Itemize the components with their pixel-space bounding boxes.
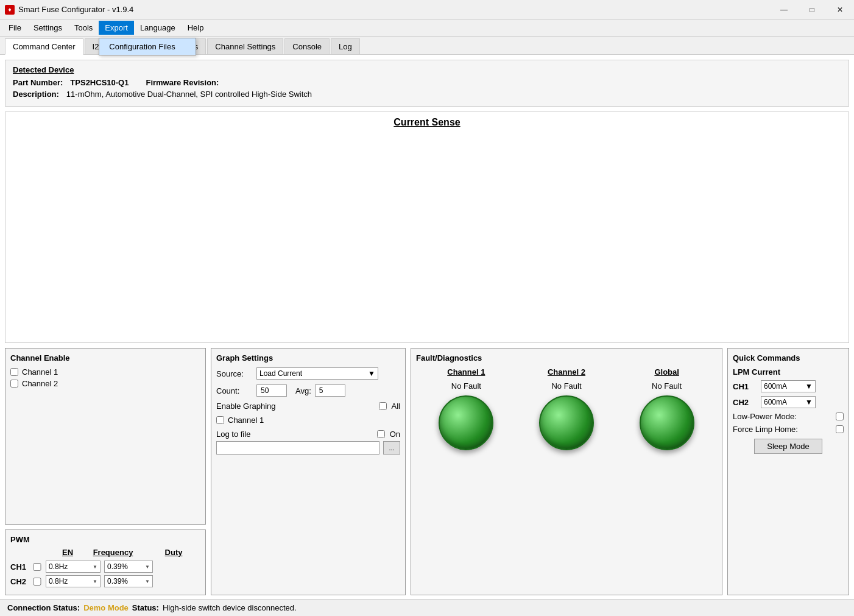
- channel1-enable-row: Channel 1: [10, 367, 200, 377]
- lpm-current-label: LPM Current: [733, 367, 844, 377]
- count-label: Count:: [216, 386, 253, 395]
- lpm-ch2-label: CH2: [733, 398, 757, 407]
- menu-export[interactable]: Export Configuration Files: [99, 21, 134, 35]
- lpm-ch1-row: CH1 600mA ▼: [733, 380, 844, 392]
- export-dropdown: Configuration Files: [99, 38, 196, 55]
- menu-bar: File Settings Tools Export Configuration…: [0, 19, 854, 37]
- pwm-ch2-frequency-arrow: ▼: [93, 579, 97, 584]
- pwm-ch1-duty-arrow: ▼: [145, 564, 150, 570]
- log-browse-button[interactable]: ...: [383, 441, 400, 455]
- force-limp-home-checkbox[interactable]: [836, 425, 844, 433]
- pwm-ch1-row: CH1 0.8Hz ▼ 0.39% ▼: [10, 561, 200, 573]
- menu-settings[interactable]: Settings: [27, 21, 68, 35]
- channel2-enable-checkbox[interactable]: [10, 380, 18, 388]
- fault-ch1-header: Channel 1: [439, 367, 493, 377]
- source-row: Source: Load Current ▼: [216, 367, 400, 380]
- log-row: Log to file On: [216, 430, 400, 439]
- tab-channel-settings[interactable]: Channel Settings: [207, 38, 283, 54]
- pwm-ch2-duty-value: 0.39%: [107, 577, 128, 586]
- main-content: Detected Device Part Number: TPS2HCS10-Q…: [0, 55, 854, 599]
- fault-global-light: [640, 395, 694, 450]
- channel2-enable-label: Channel 2: [22, 379, 58, 388]
- window-controls: — □ ✕: [770, 0, 854, 19]
- log-on-checkbox[interactable]: [377, 430, 385, 438]
- left-col: Channel Enable Channel 1 Channel 2 PWM E…: [5, 348, 206, 595]
- pwm-title: PWM: [10, 535, 200, 544]
- lpm-ch1-arrow-icon: ▼: [805, 382, 813, 391]
- maximize-button[interactable]: □: [798, 0, 826, 19]
- quick-commands-title: Quick Commands: [733, 353, 844, 363]
- avg-input[interactable]: [315, 384, 345, 397]
- pwm-en-header: EN: [58, 548, 77, 557]
- tab-console[interactable]: Console: [284, 38, 330, 54]
- pwm-ch1-en-checkbox[interactable]: [32, 563, 42, 571]
- source-arrow-icon: ▼: [368, 369, 375, 378]
- fault-global-status: No Fault: [640, 381, 694, 391]
- graph-settings-title: Graph Settings: [216, 353, 400, 363]
- source-value: Load Current: [259, 369, 302, 378]
- channel2-enable-row: Channel 2: [10, 379, 200, 388]
- fault-global-header: Global: [640, 367, 694, 377]
- log-on-label: On: [390, 430, 400, 439]
- current-sense-title: Current Sense: [10, 117, 844, 128]
- description-label: Description:: [13, 90, 59, 99]
- pwm-ch1-frequency-select[interactable]: 0.8Hz ▼: [46, 561, 101, 573]
- pwm-ch2-duty-select[interactable]: 0.39% ▼: [104, 575, 153, 587]
- menu-language[interactable]: Language: [134, 21, 182, 35]
- count-input[interactable]: [256, 384, 287, 397]
- channel-enable-panel: Channel Enable Channel 1 Channel 2: [5, 348, 206, 525]
- low-power-mode-checkbox[interactable]: [836, 412, 844, 420]
- force-limp-home-label: Force Limp Home:: [733, 425, 832, 434]
- enable-graphing-label: Enable Graphing: [216, 402, 276, 411]
- pwm-ch2-label: CH2: [10, 577, 29, 586]
- source-select[interactable]: Load Current ▼: [256, 367, 378, 380]
- device-info-row-1: Part Number: TPS2HCS10-Q1 Firmware Revis…: [13, 78, 841, 87]
- channel1-graph-checkbox[interactable]: [216, 416, 224, 424]
- sleep-mode-button[interactable]: Sleep Mode: [754, 439, 822, 454]
- low-power-mode-label: Low-Power Mode:: [733, 412, 832, 421]
- pwm-header: EN Frequency Duty: [10, 548, 200, 557]
- all-checkbox[interactable]: [379, 402, 387, 410]
- fault-lights-row: [416, 395, 717, 450]
- fault-status-row: No Fault No Fault No Fault: [416, 381, 717, 391]
- menu-tools[interactable]: Tools: [68, 21, 99, 35]
- close-button[interactable]: ✕: [826, 0, 854, 19]
- part-number-value: TPS2HCS10-Q1: [70, 78, 129, 87]
- pwm-ch2-frequency-select[interactable]: 0.8Hz ▼: [46, 575, 101, 587]
- menu-file[interactable]: File: [2, 21, 27, 35]
- lpm-ch1-select[interactable]: 600mA ▼: [761, 380, 816, 392]
- log-file-row: ...: [216, 441, 400, 455]
- low-power-mode-row: Low-Power Mode:: [733, 412, 844, 421]
- app-title: Smart Fuse Configurator - v1.9.4: [18, 5, 133, 14]
- channel1-enable-checkbox[interactable]: [10, 368, 18, 376]
- fault-diagnostics-panel: Fault/Diagnostics Channel 1 Channel 2 Gl…: [411, 348, 722, 595]
- pwm-ch1-duty-select[interactable]: 0.39% ▼: [104, 561, 153, 573]
- tab-command-center[interactable]: Command Center: [5, 38, 83, 55]
- graph-settings-panel: Graph Settings Source: Load Current ▼ Co…: [211, 348, 406, 595]
- lpm-ch2-select[interactable]: 600mA ▼: [761, 396, 816, 408]
- log-file-input[interactable]: [216, 441, 379, 455]
- pwm-ch1-frequency-value: 0.8Hz: [49, 562, 68, 571]
- pwm-ch2-duty-arrow: ▼: [145, 579, 150, 584]
- detected-device-title: Detected Device: [13, 65, 841, 74]
- force-limp-home-row: Force Limp Home:: [733, 425, 844, 434]
- status-value: High-side switch device disconnected.: [163, 603, 297, 612]
- pwm-ch2-en-checkbox[interactable]: [32, 578, 42, 586]
- pwm-ch2-frequency-value: 0.8Hz: [49, 577, 68, 586]
- all-label: All: [392, 402, 400, 411]
- pwm-ch1-label: CH1: [10, 562, 29, 572]
- fault-header-row: Channel 1 Channel 2 Global: [416, 367, 717, 377]
- minimize-button[interactable]: —: [770, 0, 798, 19]
- menu-help[interactable]: Help: [182, 21, 210, 35]
- enable-graphing-row: Enable Graphing All: [216, 402, 400, 411]
- log-to-file-label: Log to file: [216, 430, 250, 439]
- channel-enable-title: Channel Enable: [10, 353, 200, 363]
- pwm-ch2-row: CH2 0.8Hz ▼ 0.39% ▼: [10, 575, 200, 587]
- connection-status-value: Demo Mode: [83, 603, 129, 612]
- channel1-graph-label: Channel 1: [228, 416, 264, 425]
- tab-log[interactable]: Log: [331, 38, 360, 54]
- count-avg-row: Count: Avg:: [216, 384, 400, 397]
- export-config-files[interactable]: Configuration Files: [99, 38, 196, 55]
- lpm-ch2-row: CH2 600mA ▼: [733, 396, 844, 408]
- firmware-rev-label: Firmware Revision:: [146, 78, 219, 87]
